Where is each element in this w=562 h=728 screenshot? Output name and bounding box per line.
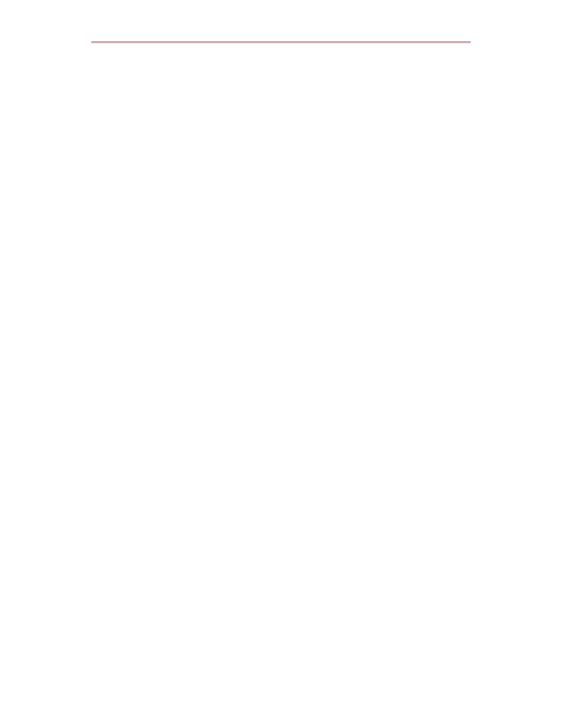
- top-divider: [91, 41, 471, 43]
